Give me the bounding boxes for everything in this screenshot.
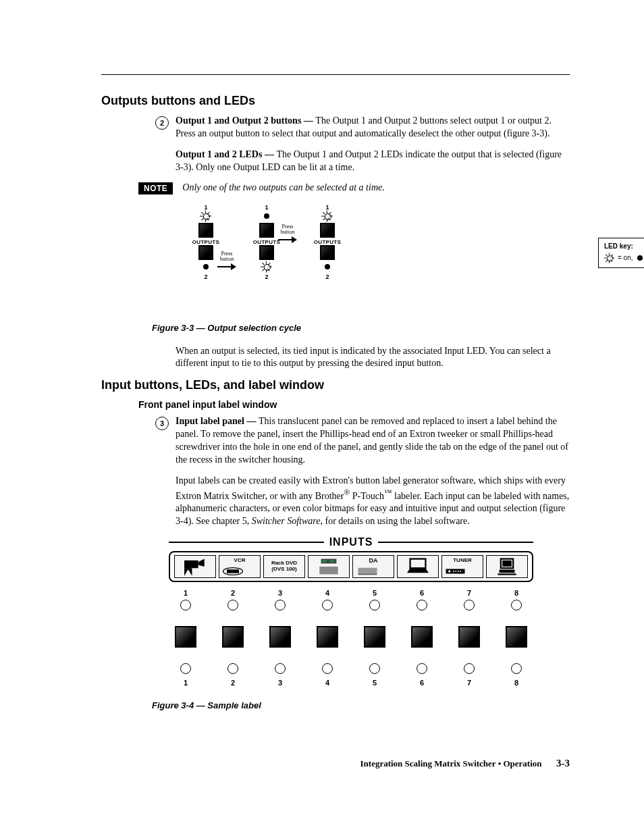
col1-bottom-num: 2 bbox=[182, 273, 230, 280]
label-cell-2: VCR bbox=[219, 555, 261, 578]
label-cell-3: Rack DVD (DVS 100) bbox=[263, 555, 305, 578]
button-icon bbox=[259, 245, 274, 260]
camera-icon bbox=[175, 556, 215, 577]
led-key-on-text: = on, bbox=[618, 254, 633, 261]
led-circle-icon bbox=[227, 600, 238, 610]
figure-3-4-caption: Figure 3-4 — Sample label bbox=[152, 700, 570, 710]
num-bot-7: 7 bbox=[452, 679, 486, 687]
svg-rect-23 bbox=[498, 573, 516, 575]
trademark-mark: ™ bbox=[384, 488, 392, 497]
led-off-icon bbox=[325, 264, 330, 269]
callout-2: 2 bbox=[155, 116, 169, 130]
bold-input-label-panel: Input label panel — bbox=[176, 416, 259, 426]
led-circle-icon bbox=[464, 663, 475, 674]
led-circle-icon bbox=[322, 663, 333, 674]
para-input-label-panel: Input label panel — This translucent pan… bbox=[176, 415, 570, 467]
led-circle-icon bbox=[369, 600, 380, 610]
led-circle-icon bbox=[511, 663, 522, 674]
page-footer: Integration Scaling Matrix Switcher • Op… bbox=[101, 758, 570, 769]
led-circle-icon bbox=[275, 600, 286, 610]
figure-3-4: INPUTS VCR Rack DVD (DVS 100) DA bbox=[169, 536, 533, 689]
registered-mark: ® bbox=[344, 488, 350, 497]
text-3b-b: P-Touch bbox=[350, 490, 384, 500]
svg-rect-7 bbox=[323, 561, 327, 562]
arrow-right-icon bbox=[278, 236, 297, 243]
svg-marker-2 bbox=[188, 568, 192, 575]
svg-rect-17 bbox=[456, 571, 457, 572]
buttons-row bbox=[169, 619, 533, 656]
arrow-right-icon bbox=[217, 263, 236, 270]
led-on-icon bbox=[261, 261, 272, 272]
num-bot-1: 1 bbox=[169, 679, 203, 687]
panel-button-icon bbox=[364, 626, 385, 648]
num-top-5: 5 bbox=[358, 589, 392, 597]
label-cell-6 bbox=[397, 555, 439, 578]
led-on-icon bbox=[605, 253, 614, 262]
led-off-icon bbox=[203, 264, 209, 269]
outputs-label-3: OUTPUTS bbox=[304, 239, 351, 245]
figure-3-3: 1 OUTPUTS 2 Press button 1 bbox=[182, 204, 570, 312]
col2-top-num: 1 bbox=[243, 204, 290, 211]
vcr-icon bbox=[221, 565, 245, 577]
top-numbers-row: 1 2 3 4 5 6 7 8 bbox=[169, 589, 533, 613]
button-icon bbox=[198, 223, 213, 238]
num-bot-6: 6 bbox=[405, 679, 439, 687]
col1-top-num: 1 bbox=[182, 204, 230, 211]
led-circle-icon bbox=[180, 600, 191, 610]
led-circle-icon bbox=[369, 663, 380, 674]
top-rule bbox=[101, 74, 570, 75]
button-icon bbox=[320, 223, 335, 238]
footer-text: Integration Scaling Matrix Switcher • Op… bbox=[360, 758, 542, 768]
col3-bottom-num: 2 bbox=[304, 273, 351, 280]
svg-rect-5 bbox=[227, 569, 239, 573]
num-top-1: 1 bbox=[169, 589, 203, 597]
num-bot-2: 2 bbox=[216, 679, 250, 687]
subhead-front-panel: Front panel input label window bbox=[138, 399, 570, 410]
svg-rect-16 bbox=[453, 571, 454, 572]
svg-rect-12 bbox=[410, 559, 426, 569]
num-top-2: 2 bbox=[216, 589, 250, 597]
num-top-4: 4 bbox=[311, 589, 344, 597]
led-key-title: LED key: bbox=[604, 242, 644, 250]
led-on-icon bbox=[200, 211, 211, 221]
outputs-label-1: OUTPUTS bbox=[182, 239, 230, 245]
svg-marker-13 bbox=[407, 568, 429, 573]
italic-switcher-software: Switcher Software bbox=[252, 516, 321, 526]
led-circle-icon bbox=[417, 600, 427, 610]
button-icon bbox=[259, 223, 274, 238]
label-strip: VCR Rack DVD (DVS 100) DA TUNER bbox=[169, 551, 533, 582]
col2-bottom-num: 2 bbox=[243, 273, 290, 280]
label-cell-7: TUNER bbox=[441, 555, 483, 578]
num-top-3: 3 bbox=[263, 589, 297, 597]
svg-point-15 bbox=[448, 570, 451, 573]
docking-icon bbox=[308, 556, 349, 577]
num-top-7: 7 bbox=[452, 589, 486, 597]
inputs-title: INPUTS bbox=[329, 536, 373, 548]
press-button-label-1: Press button bbox=[217, 251, 236, 273]
label-cell-4 bbox=[308, 555, 350, 578]
bold-output-leds: Output 1 and 2 LEDs — bbox=[176, 149, 276, 159]
panel-button-icon bbox=[506, 626, 527, 648]
led-circle-icon bbox=[275, 663, 286, 674]
num-top-8: 8 bbox=[500, 589, 533, 597]
led-circle-icon bbox=[511, 600, 522, 610]
svg-rect-19 bbox=[460, 571, 462, 572]
label-cell-5: DA bbox=[352, 555, 394, 578]
col3-top-num: 1 bbox=[304, 204, 351, 211]
led-circle-icon bbox=[322, 600, 333, 610]
panel-button-icon bbox=[269, 626, 291, 648]
led-off-icon bbox=[264, 213, 269, 219]
svg-rect-22 bbox=[500, 570, 515, 573]
led-circle-icon bbox=[227, 663, 238, 674]
led-off-icon bbox=[637, 255, 643, 261]
para-output-leds: Output 1 and 2 LEDs — The Output 1 and O… bbox=[176, 149, 570, 174]
num-bot-5: 5 bbox=[358, 679, 392, 687]
computer-icon bbox=[487, 556, 527, 577]
svg-rect-8 bbox=[330, 561, 334, 562]
panel-button-icon bbox=[317, 626, 338, 648]
num-bot-3: 3 bbox=[263, 679, 297, 687]
para-output-buttons: Output 1 and Output 2 buttons — The Outp… bbox=[176, 115, 570, 140]
bottom-row: 1 2 3 4 5 6 7 8 bbox=[169, 663, 533, 689]
panel-button-icon bbox=[411, 626, 433, 648]
para-label-generator: Input labels can be created easily with … bbox=[176, 475, 570, 528]
